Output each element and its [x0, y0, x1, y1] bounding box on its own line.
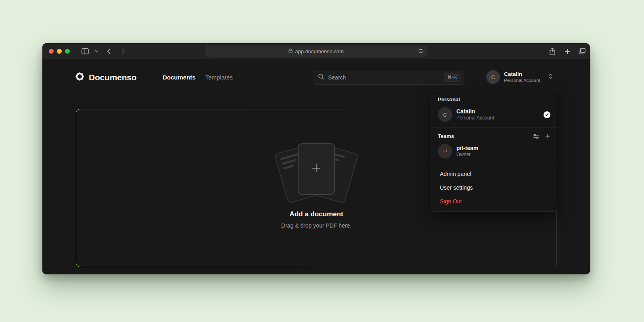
- menu-item-user-settings[interactable]: User settings: [431, 181, 557, 194]
- menu-item-sign-out[interactable]: Sign Out: [431, 194, 557, 208]
- divider: [431, 164, 557, 164]
- url-text: app.documenso.com: [295, 48, 344, 54]
- nav-templates[interactable]: Templates: [205, 74, 233, 81]
- team-role: Owner: [456, 152, 478, 158]
- forward-icon[interactable]: [119, 47, 127, 55]
- personal-account-item[interactable]: C Catalin Personal Account: [431, 105, 557, 124]
- brand-name: Documenso: [89, 73, 136, 82]
- avatar: P: [438, 144, 452, 159]
- lock-icon: [289, 48, 293, 54]
- teams-section-header: Teams: [431, 130, 557, 142]
- close-window-button[interactable]: [49, 49, 54, 54]
- teams-section-label: Teams: [438, 133, 454, 139]
- manage-teams-icon[interactable]: [533, 134, 539, 139]
- share-icon[interactable]: [548, 47, 556, 55]
- chevron-up-down-icon: [548, 73, 552, 81]
- zoom-window-button[interactable]: [65, 49, 70, 54]
- nav-documents[interactable]: Documents: [163, 74, 196, 81]
- browser-window: app.documenso.com: [42, 43, 590, 274]
- app-page: Documenso Documents Templates ⌘+K C Cata…: [42, 59, 590, 274]
- tab-overview-icon[interactable]: [578, 47, 586, 55]
- search-input[interactable]: [328, 74, 440, 81]
- document-stack-illustration: [279, 143, 354, 205]
- account-dropdown-menu: Personal C Catalin Personal Account Team…: [431, 90, 557, 212]
- search-shortcut-badge: ⌘+K: [444, 73, 460, 82]
- brand[interactable]: Documenso: [75, 71, 136, 83]
- main-nav: Documents Templates: [163, 74, 233, 81]
- minimize-window-button[interactable]: [57, 49, 62, 54]
- selected-check-icon: [544, 111, 550, 118]
- personal-section-label: Personal: [431, 94, 557, 105]
- team-name: pit-team: [456, 145, 478, 152]
- avatar: C: [486, 70, 500, 84]
- personal-account-name: Catalin: [456, 108, 494, 115]
- dropzone-subtitle: Drag & drop your PDF here.: [76, 222, 556, 229]
- new-tab-icon[interactable]: [563, 47, 571, 55]
- account-menu-button[interactable]: C Catalin Personal Account: [486, 70, 552, 84]
- address-bar[interactable]: app.documenso.com: [205, 46, 427, 57]
- back-icon[interactable]: [105, 47, 113, 55]
- document-card-center: [298, 143, 335, 195]
- avatar: C: [438, 107, 452, 122]
- sidebar-chevron-down-icon[interactable]: [92, 47, 100, 55]
- plus-icon: [311, 163, 322, 175]
- account-name: Catalin: [504, 71, 540, 77]
- search-icon: [318, 73, 324, 82]
- team-item[interactable]: P pit-team Owner: [431, 142, 557, 161]
- search-box: ⌘+K: [313, 70, 464, 85]
- browser-titlebar: app.documenso.com: [42, 43, 590, 59]
- account-type: Personal Account: [504, 77, 540, 83]
- window-controls: [49, 49, 70, 54]
- sidebar-toggle-icon[interactable]: [81, 47, 89, 55]
- create-team-plus-icon[interactable]: [545, 134, 550, 139]
- personal-account-subtitle: Personal Account: [456, 115, 494, 121]
- menu-item-admin-panel[interactable]: Admin panel: [431, 167, 557, 181]
- refresh-icon[interactable]: [418, 48, 424, 54]
- divider: [431, 127, 557, 128]
- documenso-logo-icon: [75, 71, 85, 83]
